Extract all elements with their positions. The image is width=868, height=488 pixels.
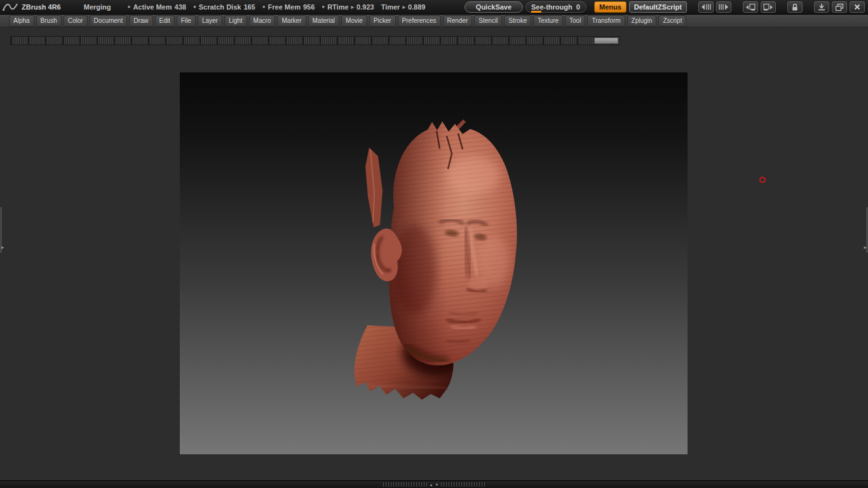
see-through-slider[interactable]: See-through 0 bbox=[526, 1, 587, 13]
default-zscript-button[interactable]: DefaultZScript bbox=[629, 1, 687, 13]
menu-item-render[interactable]: Render bbox=[443, 15, 473, 27]
menu-item-movie[interactable]: Movie bbox=[341, 15, 367, 27]
menu-item-file[interactable]: File bbox=[177, 15, 196, 27]
menu-item-color[interactable]: Color bbox=[64, 15, 88, 27]
top-shelf-scrollbar[interactable] bbox=[10, 36, 620, 45]
stat-value: 0.923 bbox=[356, 3, 374, 11]
menu-item-texture[interactable]: Texture bbox=[533, 15, 563, 27]
right-tray-open-arrow[interactable]: ▸ bbox=[864, 245, 867, 250]
tray-scroll-left-button[interactable] bbox=[698, 1, 714, 13]
shelf-scroll-thumb[interactable] bbox=[594, 37, 618, 44]
hide-interface-button[interactable] bbox=[814, 1, 829, 13]
menu-item-layer[interactable]: Layer bbox=[198, 15, 222, 27]
restore-icon bbox=[835, 3, 844, 11]
page-left-icon bbox=[745, 3, 756, 11]
stat-label: Timer bbox=[381, 3, 400, 11]
bullet-icon: ● bbox=[322, 4, 325, 10]
stat-label: RTime bbox=[327, 3, 348, 11]
value-arrow-icon: ▸ bbox=[351, 4, 355, 10]
palette-scroll-left-button[interactable] bbox=[743, 1, 758, 13]
see-through-value: 0 bbox=[576, 3, 580, 11]
app-title: ZBrush 4R6 bbox=[22, 3, 61, 11]
stat-timer: Timer ▸ 0.889 bbox=[381, 3, 426, 11]
zbrush-logo-icon[interactable] bbox=[1, 1, 19, 13]
see-through-fill-indicator bbox=[531, 11, 541, 13]
menu-item-marker[interactable]: Marker bbox=[277, 15, 306, 27]
menu-item-draw[interactable]: Draw bbox=[129, 15, 153, 27]
tray-up-arrow-icon: ▲ bbox=[430, 483, 433, 487]
tray-down-arrow-icon: ▼ bbox=[435, 483, 439, 487]
bottom-tray-handle[interactable]: ▲ ▼ bbox=[383, 482, 485, 487]
bullet-icon: ● bbox=[193, 4, 196, 10]
minimize-icon bbox=[817, 3, 826, 11]
stat-active-mem: ● Active Mem 438 bbox=[128, 3, 186, 11]
bullet-icon: ● bbox=[128, 4, 131, 10]
menu-item-material[interactable]: Material bbox=[308, 15, 340, 27]
scroll-left-icon bbox=[700, 3, 712, 11]
menu-item-transform[interactable]: Transform bbox=[587, 15, 625, 27]
quicksave-button[interactable]: QuickSave bbox=[465, 1, 523, 13]
menu-item-zplugin[interactable]: Zplugin bbox=[627, 15, 657, 27]
lock-icon bbox=[791, 3, 799, 11]
stat-value: 438 bbox=[175, 3, 186, 11]
stat-scratch-disk: ● Scratch Disk 165 bbox=[193, 3, 255, 11]
handle-ticks-left bbox=[383, 482, 427, 487]
stat-value: 956 bbox=[303, 3, 315, 11]
bullet-icon: ● bbox=[262, 4, 266, 10]
value-arrow-icon: ▸ bbox=[402, 4, 405, 10]
palette-scroll-right-button[interactable] bbox=[761, 1, 776, 13]
menu-item-stencil[interactable]: Stencil bbox=[474, 15, 502, 27]
menu-item-brush[interactable]: Brush bbox=[36, 15, 62, 27]
page-right-icon bbox=[763, 3, 774, 11]
stat-value: 0.889 bbox=[408, 3, 426, 11]
handle-ticks-right bbox=[441, 482, 485, 487]
document-title: Merging bbox=[84, 3, 111, 11]
sculpt-model-head bbox=[180, 72, 688, 454]
stat-value: 165 bbox=[243, 3, 255, 11]
menus-toggle-button[interactable]: Menus bbox=[594, 1, 627, 13]
left-tray-open-arrow[interactable]: ▸ bbox=[1, 245, 4, 250]
close-icon bbox=[853, 3, 861, 11]
menu-item-macro[interactable]: Macro bbox=[249, 15, 276, 27]
menu-item-document[interactable]: Document bbox=[90, 15, 128, 27]
bottom-tray-bar: ▲ ▼ bbox=[0, 480, 868, 488]
menu-item-stroke[interactable]: Stroke bbox=[504, 15, 531, 27]
menu-item-picker[interactable]: Picker bbox=[369, 15, 396, 27]
menu-item-edit[interactable]: Edit bbox=[155, 15, 175, 27]
stat-label: Free Mem bbox=[268, 3, 301, 11]
stat-label: Scratch Disk bbox=[199, 3, 241, 11]
menu-item-zscript[interactable]: Zscript bbox=[658, 15, 686, 27]
brush-cursor bbox=[759, 177, 766, 183]
menu-item-tool[interactable]: Tool bbox=[565, 15, 585, 27]
see-through-label: See-through bbox=[531, 3, 573, 11]
close-window-button[interactable] bbox=[850, 1, 865, 13]
scroll-right-icon bbox=[718, 3, 729, 11]
stat-label: Active Mem bbox=[133, 3, 172, 11]
stat-rtime: ● RTime ▸ 0.923 bbox=[322, 3, 374, 11]
menu-item-alpha[interactable]: Alpha bbox=[9, 15, 34, 27]
menu-item-preferences[interactable]: Preferences bbox=[398, 15, 441, 27]
stat-free-mem: ● Free Mem 956 bbox=[262, 3, 315, 11]
menu-item-light[interactable]: Light bbox=[224, 15, 247, 27]
title-bar: ZBrush 4R6 Merging ● Active Mem 438 ● Sc… bbox=[0, 0, 868, 15]
restore-window-button[interactable] bbox=[832, 1, 847, 13]
document-canvas[interactable] bbox=[180, 72, 688, 454]
lock-interface-button[interactable] bbox=[787, 1, 803, 13]
tray-scroll-right-button[interactable] bbox=[716, 1, 731, 13]
palette-menu-bar: Alpha Brush Color Document Draw Edit Fil… bbox=[0, 15, 868, 27]
